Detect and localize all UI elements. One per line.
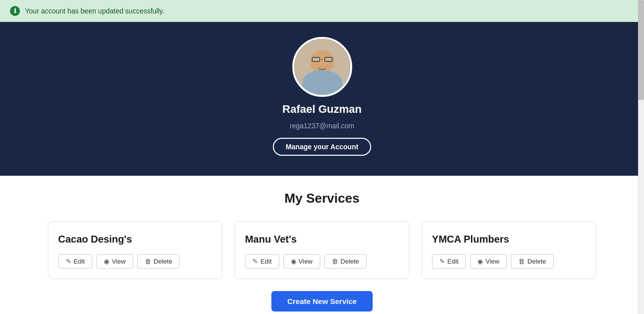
- edit-icon-2: ✎: [252, 258, 258, 265]
- service-name-1: Cacao Desing's: [58, 234, 213, 245]
- services-title: My Services: [20, 191, 624, 206]
- view-button-1[interactable]: ◉ View: [96, 254, 133, 269]
- delete-button-1[interactable]: 🗑 Delete: [137, 254, 180, 269]
- services-grid: Cacao Desing's ✎ Edit ◉ View 🗑 Delete Ma…: [48, 221, 597, 279]
- service-actions-1: ✎ Edit ◉ View 🗑 Delete: [58, 254, 213, 269]
- info-icon: ℹ: [10, 6, 20, 16]
- service-actions-2: ✎ Edit ◉ View 🗑 Delete: [245, 254, 399, 269]
- edit-icon-3: ✎: [439, 258, 445, 265]
- service-actions-3: ✎ Edit ◉ View 🗑 Delete: [432, 254, 586, 269]
- user-name: Rafael Guzman: [282, 103, 362, 116]
- delete-button-2[interactable]: 🗑 Delete: [324, 254, 367, 269]
- edit-button-1[interactable]: ✎ Edit: [58, 254, 92, 269]
- view-icon-2: ◉: [291, 258, 296, 265]
- edit-button-2[interactable]: ✎ Edit: [245, 254, 279, 269]
- service-name-2: Manu Vet's: [245, 234, 399, 245]
- view-button-2[interactable]: ◉ View: [283, 254, 320, 269]
- profile-header: Rafael Guzman rega1237@mail.com Manage y…: [0, 22, 644, 176]
- avatar: [292, 37, 352, 97]
- scrollbar[interactable]: [638, 0, 644, 314]
- service-card-1: Cacao Desing's ✎ Edit ◉ View 🗑 Delete: [48, 221, 223, 279]
- view-button-3[interactable]: ◉ View: [470, 254, 507, 269]
- success-banner: ℹ Your account has been updated successf…: [0, 0, 644, 22]
- scrollbar-thumb[interactable]: [638, 0, 644, 100]
- service-name-3: YMCA Plumbers: [432, 234, 586, 245]
- delete-icon-2: 🗑: [332, 258, 338, 265]
- view-icon: ◉: [104, 258, 109, 265]
- create-btn-area: Create New Service: [20, 291, 624, 312]
- delete-button-3[interactable]: 🗑 Delete: [511, 254, 554, 269]
- view-icon-3: ◉: [477, 258, 483, 265]
- user-email: rega1237@mail.com: [290, 122, 354, 130]
- main-content: My Services Cacao Desing's ✎ Edit ◉ View…: [0, 176, 644, 314]
- edit-button-3[interactable]: ✎ Edit: [432, 254, 466, 269]
- manage-account-button[interactable]: Manage your Account: [273, 138, 372, 156]
- delete-icon: 🗑: [145, 258, 151, 265]
- success-message: Your account has been updated successful…: [25, 7, 164, 15]
- create-service-button[interactable]: Create New Service: [271, 291, 373, 312]
- delete-icon-3: 🗑: [518, 258, 525, 265]
- service-card-2: Manu Vet's ✎ Edit ◉ View 🗑 Delete: [234, 221, 410, 279]
- service-card-3: YMCA Plumbers ✎ Edit ◉ View 🗑 Delete: [422, 221, 597, 279]
- edit-icon: ✎: [66, 258, 71, 265]
